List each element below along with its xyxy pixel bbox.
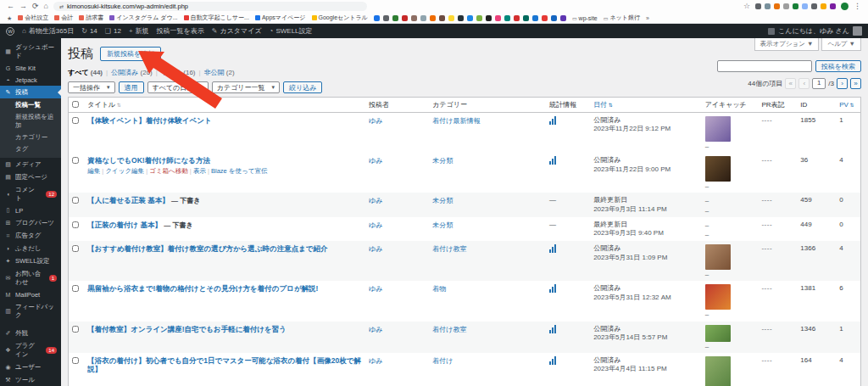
help-button[interactable]: ヘルプ ▼ [821, 38, 861, 51]
home-icon[interactable]: ⌂ [44, 3, 48, 10]
sidebar-item-sitekit[interactable]: Site Kit [0, 62, 61, 74]
favicon[interactable] [430, 15, 436, 21]
add-new-post-button[interactable]: 新規投稿を追加 [100, 47, 161, 61]
date-filter-select[interactable]: すべての日付 [147, 81, 209, 93]
favicon[interactable] [821, 3, 826, 9]
post-title-link[interactable]: 【人に着せる正装 基本】 [87, 196, 169, 204]
post-title-link[interactable]: 【浴衣の着付け】初心者でも自分で1日でマスター可能な浴衣の着付【画像20枚で解説… [87, 356, 361, 374]
favicon[interactable] [411, 15, 417, 21]
bookmark-item[interactable]: インスタグラム ダウ... [109, 14, 177, 22]
favicon[interactable] [458, 15, 464, 21]
sidebar-item-pages[interactable]: 固定ページ [0, 171, 61, 183]
quick-edit-link[interactable]: クイック編集 [105, 167, 144, 175]
select-all-checkbox[interactable] [72, 101, 79, 108]
category-link[interactable]: 着物 [432, 285, 446, 293]
view-link[interactable]: 表示 [193, 167, 206, 175]
row-checkbox[interactable] [72, 157, 79, 164]
favicon[interactable] [830, 3, 836, 9]
author-link[interactable]: ゆみ [369, 197, 382, 204]
column-pv[interactable]: PV [836, 98, 860, 113]
category-link[interactable]: 着付け [432, 357, 453, 365]
sidebar-item-swell-settings[interactable]: SWELL設定 [0, 255, 61, 267]
adminbar-view-posts[interactable]: 投稿一覧を表示 [157, 26, 204, 36]
sidebar-item-appearance[interactable]: 外観 [0, 327, 61, 339]
favicon[interactable] [755, 3, 761, 9]
first-page-button[interactable]: « [785, 78, 796, 89]
current-page-input[interactable]: 1 [812, 78, 826, 89]
favicon[interactable] [774, 3, 780, 9]
bookmark-item[interactable]: Googleセントラル [312, 14, 368, 22]
favicon[interactable] [486, 15, 492, 21]
favicon[interactable] [392, 15, 398, 21]
favicon[interactable] [374, 15, 380, 21]
sidebar-item-comments[interactable]: コメント12 [0, 183, 61, 204]
blaze-link[interactable]: Blaze を使って宣伝 [211, 167, 267, 175]
category-link[interactable]: 着付け最新情報 [432, 117, 480, 125]
row-checkbox[interactable] [72, 357, 79, 364]
favicon[interactable] [811, 3, 817, 9]
stats-chart-icon[interactable] [549, 356, 556, 365]
site-info-icon[interactable]: ⇄ [59, 4, 64, 9]
stats-chart-icon[interactable] [549, 116, 556, 125]
view-private-link[interactable]: 非公開 (2) [204, 68, 235, 77]
sidebar-item-mailpoet[interactable]: MailPoet [0, 288, 61, 300]
favicon[interactable] [420, 15, 426, 21]
sidebar-item-lp[interactable]: LP [0, 204, 61, 216]
view-all-link[interactable]: すべて (44) [68, 68, 103, 77]
sidebar-item-add-new-post[interactable]: 新規投稿を追加 [0, 111, 61, 131]
bookmark-item[interactable]: 会計 [54, 14, 73, 22]
favicon[interactable] [560, 15, 566, 21]
row-checkbox[interactable] [72, 326, 79, 333]
favicon[interactable] [448, 15, 454, 21]
author-link[interactable]: ゆみ [369, 221, 382, 229]
edit-link[interactable]: 編集 [87, 167, 100, 175]
sidebar-item-tools[interactable]: ツール [0, 373, 61, 386]
favicon[interactable] [765, 3, 771, 9]
favicon[interactable] [532, 15, 538, 21]
favicon[interactable] [504, 15, 510, 21]
next-page-button[interactable]: › [837, 78, 848, 89]
view-draft-link[interactable]: 下書き (16) [161, 68, 196, 77]
post-title-link[interactable]: 【着付教室】オンライン講座!自宅でもお手軽に着付けを習う [87, 325, 287, 333]
favicon[interactable] [523, 15, 529, 21]
bookmark-item[interactable]: Appsマイページ [255, 14, 306, 22]
row-checkbox[interactable] [72, 245, 79, 252]
sidebar-item-dashboard[interactable]: ダッシュボード [0, 41, 61, 62]
sidebar-item-plugins[interactable]: プラグイン14 [0, 339, 61, 361]
favicon[interactable] [402, 15, 408, 21]
trash-link[interactable]: ゴミ箱へ移動 [149, 167, 188, 175]
view-published-link[interactable]: 公開済み (26) [111, 68, 153, 77]
favicon[interactable] [793, 3, 798, 9]
post-title-link[interactable]: 【おすすめ着付け教室】着付け教室の選び方から選ぶ時の注意点まで紹介 [87, 244, 327, 253]
favicon[interactable] [783, 3, 789, 9]
favicon[interactable] [802, 3, 808, 9]
bookmarks-overflow-chevron[interactable]: » [646, 15, 649, 21]
sidebar-item-posts[interactable]: 投稿 [0, 86, 61, 98]
category-link[interactable]: 着付け教室 [432, 245, 466, 253]
category-filter-select[interactable]: カテゴリー一覧 [212, 81, 280, 93]
row-checkbox[interactable] [72, 117, 79, 124]
favicon[interactable] [476, 15, 482, 21]
prev-page-button[interactable]: ‹ [798, 78, 810, 89]
apply-button[interactable]: 適用 [119, 81, 144, 93]
wordpress-logo-icon[interactable] [6, 27, 14, 36]
sidebar-item-users[interactable]: ユーザー [0, 361, 61, 373]
stats-chart-icon[interactable] [549, 244, 556, 253]
sidebar-item-tags[interactable]: タグ [0, 143, 61, 155]
adminbar-swell-settings[interactable]: ◔SWELL設定 [270, 26, 313, 36]
screen-options-button[interactable]: 表示オプション ▼ [754, 38, 820, 51]
author-link[interactable]: ゆみ [369, 245, 382, 253]
bookmark-folder-wp-site[interactable]: wp-site [572, 15, 598, 21]
search-input[interactable] [717, 60, 812, 72]
column-title[interactable]: タイトル [84, 98, 365, 113]
post-title-link[interactable]: 【正装の着付け 基本】 [87, 221, 162, 229]
adminbar-account[interactable]: こんにちは、ゆみ さん [768, 26, 862, 36]
category-link[interactable]: 未分類 [432, 197, 453, 204]
adminbar-customize[interactable]: ✎カスタマイズ [212, 26, 262, 36]
address-bar[interactable]: ⇄ kimonosuki-kitsuke.com/wp-admin/edit.p… [53, 2, 367, 11]
favicon[interactable] [514, 15, 520, 21]
post-title-link[interactable]: 黒留袖から浴衣まで!着物の格付けとその見分け方を着付のプロが解説! [87, 284, 318, 293]
last-page-button[interactable]: » [850, 78, 861, 89]
bookmark-star-icon[interactable]: ☆ [743, 3, 750, 10]
sidebar-item-jetpack[interactable]: Jetpack [0, 74, 61, 86]
